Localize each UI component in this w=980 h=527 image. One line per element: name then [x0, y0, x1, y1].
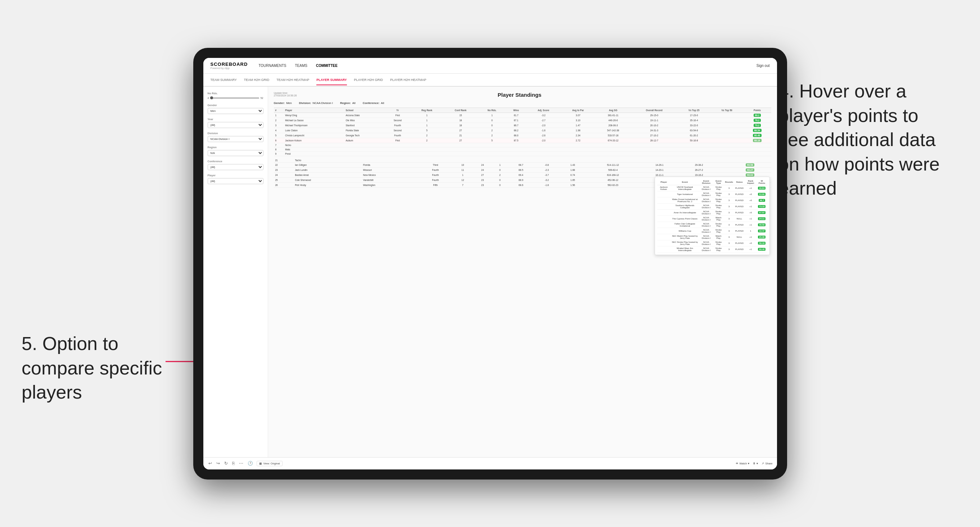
sub-nav-player-summary[interactable]: PLAYER SUMMARY: [317, 75, 347, 85]
table-cell: [710, 143, 743, 147]
nav-teams[interactable]: TEAMS: [295, 62, 307, 69]
popup-points-badge[interactable]: 46.7: [759, 199, 765, 202]
undo-button[interactable]: ↩: [208, 460, 213, 467]
table-cell: [719, 162, 729, 167]
table-row: 23Jack LundinMissouriFourth1124088.5-2.3…: [274, 167, 771, 172]
popup-cell: 3: [724, 203, 734, 210]
popup-points-badge[interactable]: 49.50: [758, 224, 765, 226]
sub-nav-player-h2h-grid[interactable]: PLAYER H2H GRID: [354, 75, 383, 85]
nav-committee[interactable]: COMMITTEE: [316, 62, 337, 69]
copy-button[interactable]: ⎘: [231, 460, 235, 467]
popup-cell-player: [657, 240, 671, 246]
watch-button[interactable]: 👁 Watch ▾: [736, 462, 750, 465]
sub-nav-team-h2h-grid[interactable]: TEAM H2H GRID: [244, 75, 270, 85]
no-rds-slider[interactable]: [210, 97, 259, 98]
points-badge[interactable]: 76.2: [754, 119, 761, 122]
region-select[interactable]: N/A: [208, 150, 263, 156]
popup-cell: Stroke Play: [713, 210, 724, 216]
popup-points-badge[interactable]: 40.64: [758, 187, 765, 190]
download-button[interactable]: ⬇ ▾: [753, 462, 758, 465]
points-badge[interactable]: 70.2: [754, 124, 761, 127]
table-cell: Fourth: [418, 172, 453, 177]
popup-cell-points: 56.18: [757, 240, 767, 246]
popup-points-badge[interactable]: 57.57: [758, 211, 765, 214]
player-select[interactable]: (All): [208, 178, 263, 184]
table-cell: [443, 143, 478, 147]
filter-row: Gender: Men Division: NCAA Division I Re…: [274, 102, 771, 105]
popup-th-event: Event: [670, 179, 699, 185]
redo-button[interactable]: ↪: [216, 460, 221, 467]
points-badge[interactable]: 60.58: [746, 163, 754, 167]
table-cell: 1: [478, 113, 506, 117]
year-select[interactable]: (All): [208, 122, 263, 128]
sub-nav-player-h2h-heatmap[interactable]: PLAYER H2H HEATMAP: [390, 75, 426, 85]
points-badge[interactable]: 88.2: [754, 114, 761, 117]
main-content: No Rds. 4 52 Gender Men Women: [203, 87, 777, 457]
popup-points-badge[interactable]: 10.47: [758, 230, 765, 232]
points-badge[interactable]: 60.27: [746, 168, 754, 171]
table-cell: Florida: [362, 162, 418, 167]
table-cell: 0: [492, 167, 508, 172]
sub-nav-team-h2h-heatmap[interactable]: TEAM H2H HEATMAP: [277, 75, 309, 85]
table-cell: 88.54: [743, 128, 771, 133]
popup-points-badge[interactable]: 73.33: [758, 205, 765, 208]
view-original-button[interactable]: ▦ View: Original: [257, 461, 283, 466]
share-button[interactable]: ↗ Share: [762, 462, 772, 465]
gender-select[interactable]: Men Women: [208, 108, 263, 114]
table-cell: -2.7: [526, 117, 561, 123]
popup-points-badge[interactable]: 25.98: [758, 236, 765, 238]
conference-select[interactable]: (All): [208, 164, 263, 170]
nav-tournaments[interactable]: TOURNAMENTS: [258, 62, 286, 69]
popup-points-badge[interactable]: 53.60: [758, 193, 765, 196]
popup-header-row: Player Event Event Division Event Type R…: [657, 179, 767, 185]
division-select[interactable]: NCAA Division I: [208, 136, 263, 142]
points-badge[interactable]: 68.18: [753, 139, 762, 142]
table-cell: -3.7: [535, 172, 559, 177]
points-badge[interactable]: 80.49: [753, 134, 762, 137]
popup-cell: +0: [745, 191, 757, 197]
table-cell: 14-26-1: [640, 162, 679, 167]
popup-cell: PLAYED: [734, 203, 745, 210]
table-cell: -3.2: [526, 113, 561, 117]
popup-cell: 3: [724, 234, 734, 240]
table-cell: 2: [274, 117, 284, 123]
more-button[interactable]: ⋯: [238, 460, 244, 467]
table-cell: 27: [473, 172, 492, 177]
table-cell: Florida State: [344, 128, 384, 133]
popup-cell-player: [657, 216, 671, 222]
popup-cell: Stroke Play: [713, 185, 724, 191]
slider-thumb[interactable]: [210, 97, 213, 99]
table-cell: 33-22-0: [678, 123, 710, 128]
table-cell: Ian Gilligan: [293, 162, 361, 167]
refresh-button[interactable]: ↻: [223, 460, 229, 467]
table-cell: [473, 158, 492, 163]
no-rds-label: No Rds.: [208, 92, 263, 95]
table-cell: 1: [453, 172, 473, 177]
table-cell: [729, 158, 771, 163]
table-cell: Missouri: [362, 167, 418, 172]
table-cell: 674-33-12: [595, 138, 631, 143]
popup-points-badge[interactable]: 24.11: [758, 217, 765, 220]
table-cell: 2.34: [561, 133, 595, 138]
table-cell: 1.43: [559, 162, 586, 167]
sub-nav-team-summary[interactable]: TEAM SUMMARY: [210, 75, 237, 85]
th-no-rds: No Rds.: [478, 108, 506, 113]
table-cell: 5: [410, 128, 443, 133]
tablet-frame: SCOREBOARD Powered by clipp TOURNAMENTS …: [193, 48, 787, 479]
table-cell: -3.2: [535, 177, 559, 183]
popup-cell: NCAA Division I: [699, 210, 713, 216]
points-badge[interactable]: 60.02: [746, 173, 754, 177]
points-badge[interactable]: 88.54: [753, 129, 762, 132]
header-row: # Player School Yr Reg Rank Conf Rank No…: [274, 108, 771, 113]
popup-cell: +1: [745, 216, 757, 222]
table-cell: [508, 158, 535, 163]
table-cell: Mats: [283, 147, 344, 151]
table-cell: Prest: [283, 151, 344, 156]
popup-cell: 3: [724, 228, 734, 234]
sign-out-link[interactable]: Sign out: [757, 63, 770, 68]
table-cell: 15: [443, 113, 478, 117]
popup-cell-player: [657, 197, 671, 203]
popup-points-badge[interactable]: 56.18: [758, 242, 765, 244]
popup-points-badge[interactable]: 66.40: [758, 248, 765, 251]
clock-button[interactable]: 🕐: [247, 460, 254, 467]
